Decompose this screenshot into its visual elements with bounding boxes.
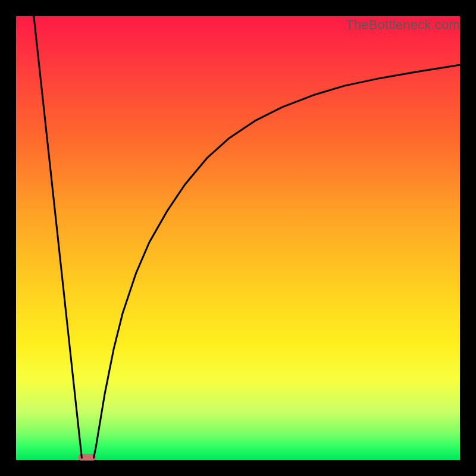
plot-area	[16, 16, 460, 460]
chart-frame: TheBottleneck.com	[0, 0, 476, 476]
watermark-text: TheBottleneck.com	[346, 17, 460, 33]
